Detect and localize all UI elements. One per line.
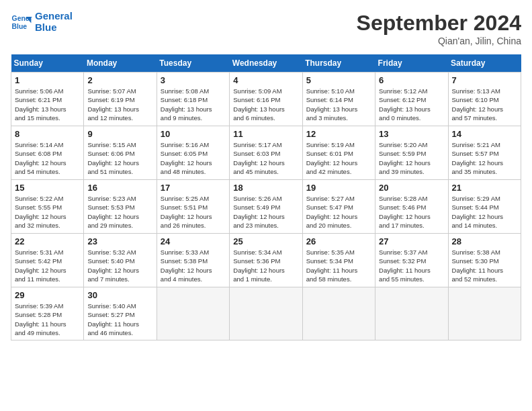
day-number: 3 (161, 75, 226, 85)
logo: General Blue General Blue (11, 11, 73, 33)
day-info: Sunrise: 5:19 AMSunset: 6:01 PMDaylight:… (306, 140, 371, 176)
calendar-day-cell: 1Sunrise: 5:06 AMSunset: 6:21 PMDaylight… (11, 73, 84, 126)
day-number: 7 (452, 75, 517, 85)
calendar-day-cell: 26Sunrise: 5:35 AMSunset: 5:34 PMDayligh… (302, 234, 375, 287)
logo-line2: Blue (35, 22, 73, 34)
calendar-day-cell: 30Sunrise: 5:40 AMSunset: 5:27 PMDayligh… (84, 287, 157, 340)
calendar-day-cell: 8Sunrise: 5:14 AMSunset: 6:08 PMDaylight… (11, 126, 84, 180)
day-info: Sunrise: 5:08 AMSunset: 6:18 PMDaylight:… (161, 87, 226, 122)
day-number: 21 (452, 183, 517, 193)
day-info: Sunrise: 5:10 AMSunset: 6:14 PMDaylight:… (306, 87, 371, 122)
day-info: Sunrise: 5:06 AMSunset: 6:21 PMDaylight:… (15, 87, 80, 122)
day-info: Sunrise: 5:20 AMSunset: 5:59 PMDaylight:… (379, 140, 444, 176)
day-number: 5 (306, 75, 371, 85)
day-number: 25 (233, 236, 298, 246)
logo-line1: General (35, 11, 73, 22)
calendar-day-cell: 2Sunrise: 5:07 AMSunset: 6:19 PMDaylight… (84, 73, 157, 126)
day-info: Sunrise: 5:37 AMSunset: 5:32 PMDaylight:… (379, 248, 444, 283)
calendar-day-cell (448, 287, 521, 340)
day-number: 9 (87, 129, 152, 139)
calendar-day-cell (230, 287, 302, 340)
day-info: Sunrise: 5:33 AMSunset: 5:38 PMDaylight:… (161, 248, 226, 283)
day-number: 20 (379, 183, 444, 193)
calendar-week-row: 8Sunrise: 5:14 AMSunset: 6:08 PMDaylight… (11, 126, 521, 180)
day-info: Sunrise: 5:21 AMSunset: 5:57 PMDaylight:… (452, 140, 517, 176)
day-of-week-header: Monday (84, 54, 157, 73)
day-number: 1 (15, 75, 80, 85)
calendar-day-cell (157, 287, 229, 340)
day-of-week-header: Wednesday (230, 54, 302, 73)
day-info: Sunrise: 5:13 AMSunset: 6:10 PMDaylight:… (452, 87, 517, 122)
day-of-week-header: Sunday (11, 54, 84, 73)
title-area: September 2024 Qian'an, Jilin, China (357, 11, 521, 46)
day-number: 29 (15, 290, 80, 300)
calendar-day-cell: 27Sunrise: 5:37 AMSunset: 5:32 PMDayligh… (375, 234, 448, 287)
calendar-day-cell (375, 287, 448, 340)
calendar-week-row: 1Sunrise: 5:06 AMSunset: 6:21 PMDaylight… (11, 73, 521, 126)
day-number: 8 (15, 129, 80, 139)
day-number: 18 (233, 183, 298, 193)
day-number: 12 (306, 129, 371, 139)
svg-text:Blue: Blue (12, 22, 28, 30)
day-info: Sunrise: 5:23 AMSunset: 5:53 PMDaylight:… (87, 194, 152, 230)
day-of-week-header: Thursday (302, 54, 375, 73)
calendar-body: 1Sunrise: 5:06 AMSunset: 6:21 PMDaylight… (11, 73, 521, 340)
day-info: Sunrise: 5:35 AMSunset: 5:34 PMDaylight:… (306, 248, 371, 283)
calendar-day-cell: 10Sunrise: 5:16 AMSunset: 6:05 PMDayligh… (157, 126, 229, 180)
calendar-week-row: 15Sunrise: 5:22 AMSunset: 5:55 PMDayligh… (11, 180, 521, 234)
calendar-day-cell: 9Sunrise: 5:15 AMSunset: 6:06 PMDaylight… (84, 126, 157, 180)
calendar-day-cell: 20Sunrise: 5:28 AMSunset: 5:46 PMDayligh… (375, 180, 448, 234)
day-info: Sunrise: 5:09 AMSunset: 6:16 PMDaylight:… (233, 87, 298, 122)
day-number: 19 (306, 183, 371, 193)
day-info: Sunrise: 5:27 AMSunset: 5:47 PMDaylight:… (306, 194, 371, 230)
day-info: Sunrise: 5:14 AMSunset: 6:08 PMDaylight:… (15, 140, 80, 176)
page-header: General Blue General Blue September 2024… (11, 11, 521, 46)
calendar-day-cell: 21Sunrise: 5:29 AMSunset: 5:44 PMDayligh… (448, 180, 521, 234)
day-number: 14 (452, 129, 517, 139)
day-number: 2 (87, 75, 152, 85)
calendar-day-cell: 28Sunrise: 5:38 AMSunset: 5:30 PMDayligh… (448, 234, 521, 287)
calendar-day-cell: 22Sunrise: 5:31 AMSunset: 5:42 PMDayligh… (11, 234, 84, 287)
day-number: 22 (15, 236, 80, 246)
day-number: 30 (87, 290, 152, 300)
day-number: 17 (161, 183, 226, 193)
day-number: 28 (452, 236, 517, 246)
day-number: 27 (379, 236, 444, 246)
calendar-day-cell: 24Sunrise: 5:33 AMSunset: 5:38 PMDayligh… (157, 234, 229, 287)
day-info: Sunrise: 5:34 AMSunset: 5:36 PMDaylight:… (233, 248, 298, 283)
day-info: Sunrise: 5:17 AMSunset: 6:03 PMDaylight:… (233, 140, 298, 176)
logo-icon: General Blue (11, 11, 32, 33)
day-number: 6 (379, 75, 444, 85)
day-info: Sunrise: 5:28 AMSunset: 5:46 PMDaylight:… (379, 194, 444, 230)
day-info: Sunrise: 5:07 AMSunset: 6:19 PMDaylight:… (87, 87, 152, 122)
calendar-day-cell: 25Sunrise: 5:34 AMSunset: 5:36 PMDayligh… (230, 234, 302, 287)
calendar-day-cell: 3Sunrise: 5:08 AMSunset: 6:18 PMDaylight… (157, 73, 229, 126)
day-of-week-header: Tuesday (157, 54, 229, 73)
day-number: 23 (87, 236, 152, 246)
calendar-day-cell: 16Sunrise: 5:23 AMSunset: 5:53 PMDayligh… (84, 180, 157, 234)
day-info: Sunrise: 5:32 AMSunset: 5:40 PMDaylight:… (87, 248, 152, 283)
calendar-day-cell: 7Sunrise: 5:13 AMSunset: 6:10 PMDaylight… (448, 73, 521, 126)
calendar-day-cell (302, 287, 375, 340)
day-of-week-header: Saturday (448, 54, 521, 73)
day-number: 16 (87, 183, 152, 193)
calendar-day-cell: 4Sunrise: 5:09 AMSunset: 6:16 PMDaylight… (230, 73, 302, 126)
calendar-day-cell: 15Sunrise: 5:22 AMSunset: 5:55 PMDayligh… (11, 180, 84, 234)
day-info: Sunrise: 5:26 AMSunset: 5:49 PMDaylight:… (233, 194, 298, 230)
calendar-day-cell: 13Sunrise: 5:20 AMSunset: 5:59 PMDayligh… (375, 126, 448, 180)
calendar-day-cell: 12Sunrise: 5:19 AMSunset: 6:01 PMDayligh… (302, 126, 375, 180)
day-info: Sunrise: 5:25 AMSunset: 5:51 PMDaylight:… (161, 194, 226, 230)
calendar-day-cell: 23Sunrise: 5:32 AMSunset: 5:40 PMDayligh… (84, 234, 157, 287)
day-number: 15 (15, 183, 80, 193)
day-info: Sunrise: 5:15 AMSunset: 6:06 PMDaylight:… (87, 140, 152, 176)
calendar-table: SundayMondayTuesdayWednesdayThursdayFrid… (11, 54, 521, 340)
day-info: Sunrise: 5:22 AMSunset: 5:55 PMDaylight:… (15, 194, 80, 230)
day-number: 26 (306, 236, 371, 246)
day-number: 11 (233, 129, 298, 139)
calendar-week-row: 29Sunrise: 5:39 AMSunset: 5:28 PMDayligh… (11, 287, 521, 340)
calendar-day-cell: 11Sunrise: 5:17 AMSunset: 6:03 PMDayligh… (230, 126, 302, 180)
calendar-day-cell: 17Sunrise: 5:25 AMSunset: 5:51 PMDayligh… (157, 180, 229, 234)
calendar-day-cell: 18Sunrise: 5:26 AMSunset: 5:49 PMDayligh… (230, 180, 302, 234)
day-number: 4 (233, 75, 298, 85)
month-title: September 2024 (357, 11, 521, 36)
